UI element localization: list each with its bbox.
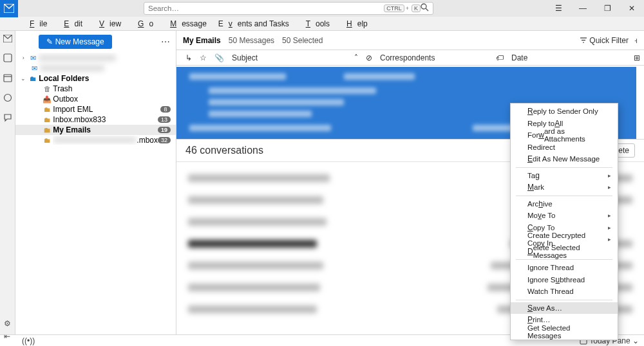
- spaces-toolbar: [0, 31, 15, 334]
- col-correspondents[interactable]: Correspondents: [376, 53, 492, 62]
- folder-mbox[interactable]: 🖿.mbox32: [15, 135, 176, 145]
- maximize-button[interactable]: ❐: [595, 0, 620, 17]
- menu-help[interactable]: Help: [336, 18, 373, 30]
- folder-inbox-mbox833[interactable]: 🖿Inbox.mbox83313: [15, 114, 176, 125]
- tasks-icon[interactable]: [3, 93, 12, 104]
- col-picker-icon[interactable]: ⊞: [630, 53, 644, 62]
- window-controls: ☰ — ❐ ✕: [546, 0, 644, 17]
- col-subject[interactable]: Subject: [228, 53, 350, 62]
- ctx-save-as[interactable]: Save As…: [511, 302, 618, 314]
- context-menu: Reply to Sender Only Reply to All Forwar…: [510, 103, 618, 340]
- folder-tree: ›✉ ✉ ⌄🖿Local Folders 🗑Trash 📤Outbox 🖿Imp…: [15, 53, 176, 334]
- ctx-watch-thread[interactable]: Watch Thread: [511, 286, 618, 298]
- message-count: 50 Messages: [229, 36, 274, 45]
- kbd-ctrl: CTRL: [384, 5, 404, 12]
- mail-space-icon[interactable]: [3, 35, 12, 44]
- ctx-archive[interactable]: Archive: [511, 198, 618, 210]
- ctx-tag[interactable]: Tag▸: [511, 170, 618, 182]
- menu-view[interactable]: View: [89, 18, 126, 30]
- chat-icon[interactable]: [3, 113, 12, 124]
- ctx-ignore-thread[interactable]: Ignore Thread: [511, 262, 618, 274]
- local-folders-row[interactable]: ⌄🖿Local Folders: [15, 73, 176, 84]
- display-options-icon[interactable]: ⫞: [634, 36, 638, 45]
- conversation-count: 46 conversations: [185, 145, 263, 156]
- message-area: My Emails 50 Messages 50 Selected Quick …: [176, 31, 644, 334]
- ctx-forward-attachments[interactable]: Forward as Attachments: [511, 129, 618, 141]
- chevron-down-icon: ⌄: [632, 336, 639, 345]
- selected-count: 50 Selected: [282, 36, 323, 45]
- folder-trash[interactable]: 🗑Trash: [15, 84, 176, 94]
- menu-tools[interactable]: Tools: [296, 18, 335, 30]
- quick-filter-button[interactable]: Quick Filter: [580, 36, 629, 45]
- ctx-edit-new[interactable]: Edit As New Message: [511, 153, 618, 165]
- menu-events-tasks[interactable]: Events and Tasks: [213, 18, 294, 30]
- col-tag-icon[interactable]: 🏷: [492, 53, 507, 62]
- svg-line-2: [426, 8, 428, 11]
- search-input[interactable]: [148, 5, 383, 12]
- search-icon[interactable]: [421, 3, 429, 14]
- menu-message[interactable]: Message: [160, 18, 212, 30]
- account-row[interactable]: ›✉: [15, 53, 176, 63]
- col-spam-icon[interactable]: ⊘: [362, 53, 376, 62]
- calendar-icon[interactable]: [3, 73, 12, 84]
- folder-header: My Emails 50 Messages 50 Selected Quick …: [176, 31, 644, 50]
- svg-rect-4: [4, 54, 12, 62]
- menubar: File Edit View Go Message Events and Tas…: [0, 17, 644, 31]
- folder-my-emails[interactable]: 🖿My Emails19: [15, 125, 176, 135]
- col-star-icon[interactable]: ☆: [196, 53, 211, 62]
- settings-gear-icon[interactable]: ⚙: [4, 319, 11, 328]
- folder-outbox[interactable]: 📤Outbox: [15, 94, 176, 104]
- kbd-k: K: [412, 5, 421, 12]
- new-message-button[interactable]: ✎ New Message: [39, 35, 111, 49]
- col-threads-icon[interactable]: ↳: [182, 53, 196, 62]
- folder-import-eml[interactable]: 🖿Import EML8: [15, 104, 176, 114]
- ctx-get-selected[interactable]: Get Selected Messages: [511, 326, 618, 338]
- col-date[interactable]: Date: [507, 53, 630, 62]
- ctx-mark[interactable]: Mark▸: [511, 181, 618, 194]
- column-headers: ↳ ☆ 📎 Subject ˄ ⊘ Correspondents 🏷 Date …: [176, 50, 644, 66]
- svg-point-1: [421, 4, 426, 9]
- ctx-reply-sender[interactable]: Reply to Sender Only: [511, 105, 618, 118]
- search-field[interactable]: CTRL + K: [144, 2, 433, 15]
- menu-go[interactable]: Go: [128, 18, 158, 30]
- collapse-spaces-icon[interactable]: ⇤: [4, 332, 10, 341]
- account-row[interactable]: ✉: [15, 63, 176, 73]
- kbd-plus: +: [404, 5, 410, 12]
- ctx-delete-selected[interactable]: Delete Selected Messages: [511, 246, 618, 258]
- sort-up-icon[interactable]: ˄: [350, 53, 362, 62]
- addressbook-icon[interactable]: [3, 53, 12, 64]
- ctx-move-to[interactable]: Move To▸: [511, 210, 618, 222]
- folder-pane-options-icon[interactable]: ⋯: [161, 37, 171, 47]
- ctx-redirect[interactable]: Redirect: [511, 141, 618, 154]
- col-attachment-icon[interactable]: 📎: [211, 53, 228, 62]
- app-icon: [0, 0, 18, 17]
- svg-rect-5: [4, 75, 12, 82]
- folder-pane: ✎ New Message ⋯ ›✉ ✉ ⌄🖿Local Folders 🗑Tr…: [15, 31, 176, 334]
- menu-edit[interactable]: Edit: [53, 18, 88, 30]
- titlebar: CTRL + K ☰ — ❐ ✕: [0, 0, 644, 17]
- hamburger-icon[interactable]: ☰: [546, 0, 571, 17]
- svg-point-7: [4, 95, 11, 102]
- ctx-ignore-subthread[interactable]: Ignore Subthread: [511, 274, 618, 286]
- minimize-button[interactable]: —: [571, 0, 595, 17]
- folder-title: My Emails: [183, 36, 221, 45]
- menu-file[interactable]: File: [19, 18, 52, 30]
- close-button[interactable]: ✕: [620, 0, 644, 17]
